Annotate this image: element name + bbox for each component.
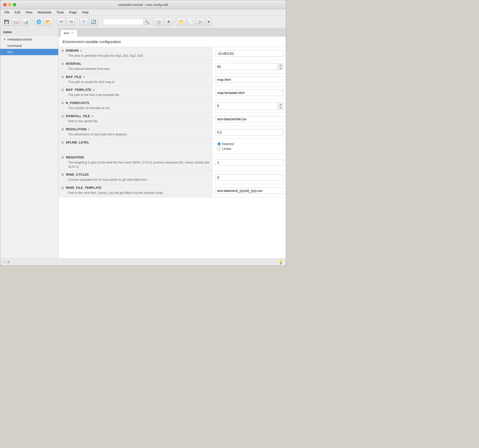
config-row-n_forecasts: ⚙N_FORECASTSThe number of forecasts to r… (58, 99, 286, 113)
config-row-wind_cycles: ⚙WIND_CYCLESComma separated list of cycl… (58, 171, 286, 184)
close-button[interactable] (3, 3, 7, 6)
undo-button[interactable]: ↩ (57, 17, 66, 26)
config-desc-resolution: The dimensions of each grid cell in degr… (58, 132, 212, 139)
tab-env-label: env (64, 31, 69, 35)
menu-file[interactable]: File (2, 10, 12, 15)
config-key-map_file: MAP_FILE (66, 75, 82, 79)
menu-page[interactable]: Page (67, 10, 79, 15)
config-desc-map_template: The path to the html map template file. (58, 93, 212, 99)
window-title: metadata-tutorial - rose config-edit (118, 3, 168, 7)
statusbar: ⚠ 0 💡 (0, 258, 286, 266)
config-spinner-input-n_forecasts[interactable] (215, 103, 278, 110)
gear-icon-spline_level[interactable]: ⚙ (61, 140, 64, 145)
book-button[interactable]: 📖 (12, 17, 21, 26)
menu-edit[interactable]: Edit (13, 10, 22, 15)
config-input-resolution[interactable] (215, 129, 283, 135)
config-input-wind_file_template[interactable] (215, 188, 283, 194)
asterisk-button[interactable]: ✳ (164, 17, 173, 26)
config-key-domain: DOMAIN (66, 49, 78, 52)
folder-button[interactable]: 📂 (44, 17, 53, 26)
gear-icon-rainfall_file[interactable]: ⚙ (61, 114, 64, 118)
config-row-map_file: ⚙MAP_FILE#The path to create the html ma… (58, 73, 286, 87)
config-input-rainfall_file[interactable] (215, 116, 283, 122)
toolbar-separator-4 (152, 18, 153, 25)
config-input-map_file[interactable] (215, 76, 283, 83)
config-right-spline_level: NearestLinear (212, 139, 286, 154)
config-input-map_template[interactable] (215, 90, 283, 96)
gear-icon-resolution[interactable]: ⚙ (61, 127, 64, 131)
menubar: File Edit View Metadata Tools Page Help (0, 9, 286, 15)
refresh-button[interactable]: 🔄 (89, 17, 98, 26)
config-desc-domain: The area to generate forecasts for (lng1… (58, 54, 212, 60)
config-right-map_template (212, 86, 286, 99)
config-desc-interval: The interval between forecasts. (58, 67, 212, 73)
config-input-weighting[interactable] (215, 159, 283, 166)
config-input-domain[interactable] (215, 50, 283, 57)
chart-button[interactable]: 📊 (22, 17, 30, 26)
content-panel: env ✕ Environment variable configuration… (58, 28, 286, 258)
save-button[interactable]: 💾 (2, 17, 11, 26)
sidebar-item-env[interactable]: env (0, 49, 58, 55)
gear-icon-map_template[interactable]: ⚙ (61, 88, 64, 92)
radio-input-nearest[interactable] (217, 142, 221, 146)
minimize-button[interactable] (8, 3, 11, 6)
config-input-wind_cycles[interactable] (215, 174, 283, 181)
config-row-wind_file_template: ⚙WIND_FILE_TEMPLATEPath to the wind file… (58, 184, 286, 197)
gear-icon-n_forecasts[interactable]: ⚙ (61, 101, 64, 105)
config-row-rainfall_file: ⚙RAINFALL_FILE#Path to the rainfall file… (58, 113, 286, 126)
config-spinner-input-interval[interactable] (215, 63, 278, 70)
panel-header-text: Environment variable configuration (63, 39, 121, 44)
config-key-weighting: WEIGHTING (66, 156, 84, 159)
menu-metadata[interactable]: Metadata (35, 10, 53, 15)
config-right-interval: ▲▼ (212, 60, 286, 73)
menu-view[interactable]: View (23, 10, 34, 15)
radio-item-nearest[interactable]: Nearest (217, 142, 281, 146)
config-row-map_template: ⚙MAP_TEMPLATE#The path to the html map t… (58, 86, 286, 99)
config-right-wind_file_template (212, 184, 286, 197)
dropdown-button[interactable]: ▾ (206, 17, 211, 26)
sidebar-command-label: command (7, 44, 22, 48)
gear-icon-interval[interactable]: ⚙ (61, 62, 64, 66)
menu-help[interactable]: Help (80, 10, 91, 15)
search-button[interactable]: 🔍 (143, 18, 150, 25)
spinner-up-interval[interactable]: ▲ (278, 63, 283, 67)
search-input[interactable] (103, 18, 143, 25)
toolbar-separator-1 (32, 18, 32, 25)
document-button[interactable]: 📄 (187, 17, 195, 26)
config-left-rainfall_file: ⚙RAINFALL_FILE#Path to the rainfall file… (58, 113, 212, 126)
redo-button[interactable]: ↪ (67, 17, 75, 26)
spinner-up-n_forecasts[interactable]: ▲ (278, 103, 283, 106)
spinner-down-n_forecasts[interactable]: ▼ (278, 106, 283, 109)
gear-icon-map_file[interactable]: ⚙ (61, 75, 64, 79)
main-area: Index ▼ metadata-tutorial command env en… (0, 28, 286, 258)
tab-env[interactable]: env ✕ (61, 30, 77, 36)
spinner-down-interval[interactable]: ▼ (278, 67, 283, 70)
titlebar: metadata-tutorial - rose config-edit (0, 0, 286, 9)
add-button[interactable]: + (79, 17, 88, 26)
folder-closed-button[interactable]: 📁 (177, 17, 186, 26)
globe-button[interactable]: 🌐 (34, 17, 43, 26)
config-right-resolution (212, 126, 286, 139)
hash-icon-domain: # (80, 49, 82, 53)
menu-tools[interactable]: Tools (54, 10, 66, 15)
sidebar-item-command[interactable]: command (0, 43, 58, 49)
config-left-wind_file_template: ⚙WIND_FILE_TEMPLATEPath to the wind file… (58, 184, 212, 197)
gear-icon-weighting[interactable]: ⚙ (61, 155, 64, 159)
play-button[interactable]: ▷ (196, 17, 205, 26)
maximize-button[interactable] (13, 3, 16, 6)
status-left: ⚠ 0 (3, 260, 9, 264)
config-row-domain: ⚙DOMAIN#The area to generate forecasts f… (58, 47, 286, 60)
radio-item-linear[interactable]: Linear (217, 147, 281, 151)
diamond-button[interactable]: ◇ (155, 17, 163, 26)
radio-input-linear[interactable] (217, 147, 221, 150)
sidebar-item-root[interactable]: ▼ metadata-tutorial (0, 36, 58, 43)
gear-icon-wind_cycles[interactable]: ⚙ (61, 173, 64, 177)
toolbar-separator-2 (55, 18, 55, 25)
gear-icon-domain[interactable]: ⚙ (61, 49, 64, 53)
config-content: ⚙DOMAIN#The area to generate forecasts f… (58, 47, 286, 258)
tab-close-button[interactable]: ✕ (71, 31, 74, 35)
toolbar: 💾 📖 📊 🌐 📂 ↩ ↪ + 🔄 🔍 ◇ ✳ 📁 📄 ▷ ▾ (0, 15, 286, 28)
config-desc-map_file: The path to create the html map in. (58, 80, 212, 86)
gear-icon-wind_file_template[interactable]: ⚙ (61, 186, 64, 190)
hash-icon-map_file: # (83, 75, 85, 79)
